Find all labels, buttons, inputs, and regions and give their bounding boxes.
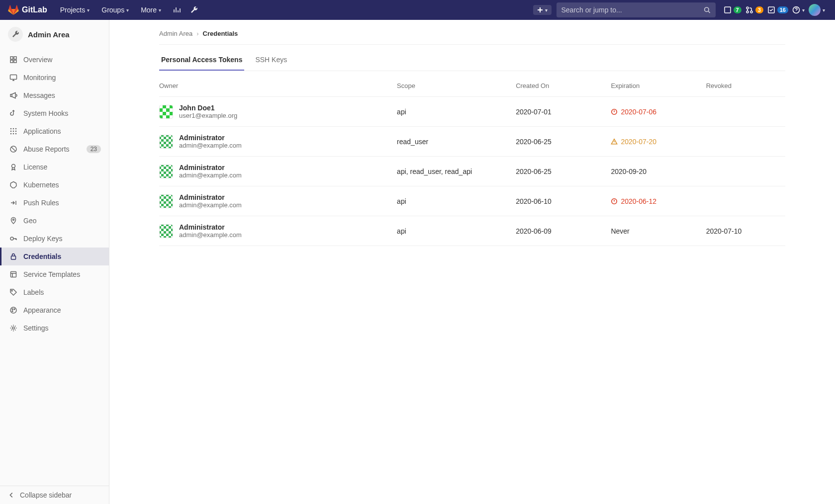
sidebar-item-applications[interactable]: Applications <box>0 122 109 140</box>
sidebar-item-label: Kubernetes <box>23 181 59 189</box>
sidebar-item-label: Push Rules <box>23 199 59 207</box>
search-input[interactable] <box>561 6 704 14</box>
new-dropdown[interactable]: ▾ <box>533 5 552 15</box>
key-icon <box>9 235 17 243</box>
revoked-cell: 2020-07-10 <box>706 227 785 235</box>
sidebar-item-service-templates[interactable]: Service Templates <box>0 265 109 283</box>
svg-rect-12 <box>14 60 16 63</box>
expiration-date: 2020-06-12 <box>621 197 656 205</box>
tab-personal-access-tokens[interactable]: Personal Access Tokens <box>159 50 244 71</box>
global-search[interactable] <box>557 2 716 17</box>
sidebar-item-appearance[interactable]: Appearance <box>0 301 109 319</box>
topbar: GitLab Projects ▾ Groups ▾ More ▾ ▾ 7 <box>0 0 835 20</box>
user-avatar <box>809 4 821 16</box>
merge-requests-counter[interactable]: 3 <box>743 4 765 16</box>
chevron-down-icon: ▾ <box>159 7 161 13</box>
svg-point-35 <box>12 327 14 329</box>
todos-badge: 16 <box>777 6 788 13</box>
tanuki-icon <box>8 4 19 15</box>
tab-ssh-keys[interactable]: SSH Keys <box>253 50 289 71</box>
sidebar-item-labels[interactable]: Labels <box>0 283 109 301</box>
expiration-cell: 2020-07-06 <box>611 108 706 116</box>
nav-projects[interactable]: Projects ▾ <box>55 3 95 17</box>
credentials-tabs: Personal Access Tokens SSH Keys <box>159 50 785 71</box>
owner-cell: Administratoradmin@example.com <box>159 223 397 239</box>
owner-email: admin@example.com <box>179 231 242 239</box>
gear-icon <box>9 324 17 332</box>
expiration-cell: Never <box>611 227 706 235</box>
table-row: Administratoradmin@example.comread_user2… <box>159 127 785 157</box>
svg-point-5 <box>746 11 748 13</box>
table-row: Administratoradmin@example.comapi, read_… <box>159 157 785 186</box>
sidebar-item-geo[interactable]: Geo <box>0 212 109 230</box>
col-scope: Scope <box>397 82 516 89</box>
todos-counter[interactable]: 16 <box>765 4 790 16</box>
sidebar-title: Admin Area <box>28 30 70 39</box>
sidebar-item-label: Deploy Keys <box>23 235 63 243</box>
table-row: John Doe1user1@example.orgapi2020-07-012… <box>159 97 785 127</box>
breadcrumb: Admin Area › Credentials <box>159 30 785 45</box>
sidebar-item-label: Messages <box>23 91 55 99</box>
svg-point-4 <box>746 7 748 9</box>
scope-cell: api <box>397 197 516 205</box>
collapse-sidebar[interactable]: Collapse sidebar <box>0 486 109 504</box>
sidebar-item-label: Service Templates <box>23 270 80 278</box>
scope-cell: api, read_user, read_api <box>397 168 516 175</box>
owner-name-link[interactable]: John Doe1 <box>179 104 237 112</box>
search-icon <box>704 6 710 13</box>
owner-name-link[interactable]: Administrator <box>179 223 242 231</box>
user-menu[interactable]: ▾ <box>807 2 827 18</box>
push-icon <box>9 199 17 207</box>
admin-wrench-icon[interactable] <box>187 3 201 17</box>
issues-counter[interactable]: 7 <box>722 4 743 16</box>
owner-name-link[interactable]: Administrator <box>179 164 242 171</box>
expiration-date: 2020-07-20 <box>621 138 656 146</box>
identicon <box>159 165 173 178</box>
breadcrumb-root[interactable]: Admin Area <box>159 30 192 37</box>
sidebar-item-label: Geo <box>23 217 36 225</box>
sidebar-item-label: Settings <box>23 324 49 332</box>
svg-point-17 <box>10 131 12 132</box>
expiration-cell: 2020-06-12 <box>611 197 706 205</box>
collapse-label: Collapse sidebar <box>20 491 72 499</box>
svg-rect-1 <box>538 9 543 10</box>
col-owner: Owner <box>159 82 397 89</box>
sidebar-item-settings[interactable]: Settings <box>0 319 109 337</box>
gitlab-logo[interactable]: GitLab <box>8 4 47 15</box>
nav-more[interactable]: More ▾ <box>136 3 166 17</box>
identicon <box>159 194 173 208</box>
nav-projects-label: Projects <box>60 6 86 14</box>
created-cell: 2020-06-25 <box>516 168 611 175</box>
label-icon <box>9 288 17 296</box>
sidebar-item-kubernetes[interactable]: Kubernetes <box>0 176 109 194</box>
chevron-down-icon: ▾ <box>823 7 825 13</box>
sidebar-item-label: Monitoring <box>23 74 56 82</box>
sidebar-item-system-hooks[interactable]: System Hooks <box>0 104 109 122</box>
nav-groups[interactable]: Groups ▾ <box>96 3 134 17</box>
sidebar-item-overview[interactable]: Overview <box>0 51 109 69</box>
license-icon <box>9 163 17 171</box>
nav-groups-label: Groups <box>101 6 124 14</box>
expiration-cell: 2020-09-20 <box>611 168 706 175</box>
error-icon <box>611 198 618 205</box>
svg-rect-9 <box>10 57 13 59</box>
monitor-icon <box>9 74 17 82</box>
sidebar-item-credentials[interactable]: Credentials <box>0 248 109 265</box>
identicon <box>159 105 173 119</box>
sidebar-item-push-rules[interactable]: Push Rules <box>0 194 109 212</box>
activity-icon[interactable] <box>170 3 184 17</box>
sidebar-item-license[interactable]: License <box>0 158 109 176</box>
svg-point-30 <box>11 290 12 291</box>
sidebar-item-label: License <box>23 163 47 171</box>
sidebar-item-monitoring[interactable]: Monitoring <box>0 69 109 86</box>
sidebar-item-abuse-reports[interactable]: Abuse Reports23 <box>0 140 109 158</box>
help-dropdown[interactable]: ▾ <box>790 4 807 16</box>
owner-name-link[interactable]: Administrator <box>179 134 242 142</box>
question-icon <box>792 6 800 14</box>
sidebar-item-messages[interactable]: Messages <box>0 86 109 104</box>
owner-name-link[interactable]: Administrator <box>179 193 242 201</box>
brand-text: GitLab <box>22 5 47 14</box>
sidebar-context[interactable]: Admin Area <box>0 20 109 49</box>
sidebar-item-deploy-keys[interactable]: Deploy Keys <box>0 230 109 248</box>
sidebar-item-label: Credentials <box>23 252 61 260</box>
